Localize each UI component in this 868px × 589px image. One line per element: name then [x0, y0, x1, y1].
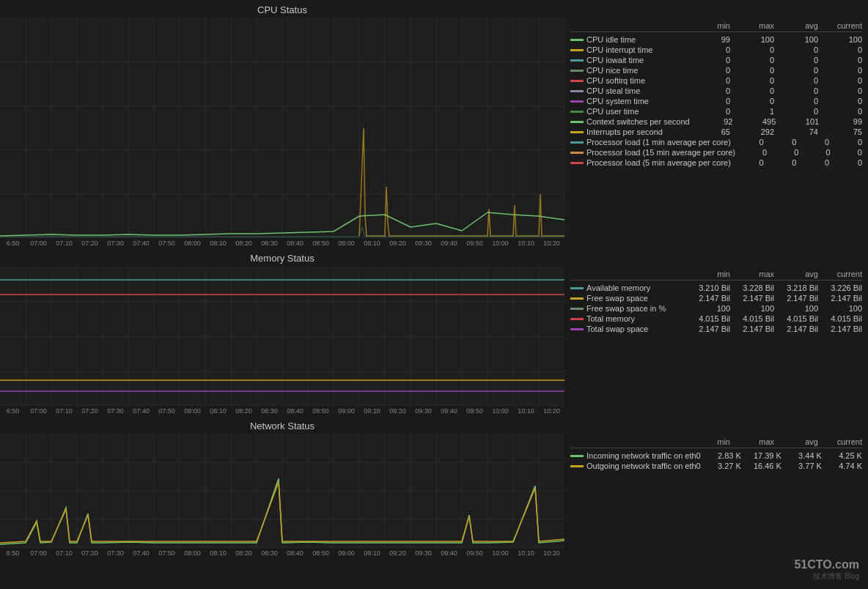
- watermark: 51CTO.com 技术博客 Blog: [794, 558, 859, 582]
- mem-time-18: 09:50: [462, 407, 488, 415]
- legend-color-swatch: [570, 39, 584, 41]
- legend-val-avg: 101: [776, 117, 819, 126]
- legend-label: Total swap space: [586, 325, 686, 333]
- cpu-time-9: 08:20: [231, 240, 257, 247]
- mem-time-1: 07:00: [26, 407, 51, 415]
- cpu-time-5: 07:40: [128, 240, 154, 247]
- legend-label: Interrupts per second: [586, 127, 686, 136]
- net-time-21: 10:20: [539, 549, 564, 557]
- legend-label: Incoming network traffic on eth0: [586, 451, 701, 460]
- legend-row: Total swap space 2.147 Bil 2.147 Bil 2.1…: [570, 325, 862, 333]
- cpu-time-13: 09:00: [334, 240, 359, 247]
- legend-val-min: 2.147 Bil: [686, 294, 730, 303]
- legend-color-swatch: [570, 111, 584, 113]
- legend-row: Processor load (1 min average per core) …: [570, 138, 862, 147]
- mem-time-2: 07:10: [51, 407, 77, 415]
- mem-time-21: 10:20: [539, 407, 564, 415]
- legend-val-avg: 3.218 Bil: [774, 284, 818, 292]
- legend-val-min: 0: [731, 138, 764, 147]
- legend-val-max: 17.39 K: [741, 451, 781, 460]
- legend-color-swatch: [570, 59, 584, 62]
- cpu-time-11: 08:40: [282, 240, 308, 247]
- legend-color-swatch: [570, 318, 584, 320]
- cpu-panel-row: 6:50 07:00 07:10 07:20 07:30 07:40 07:50…: [0, 18, 868, 248]
- legend-label: CPU idle time: [586, 35, 686, 44]
- legend-val-current: 0: [818, 107, 862, 116]
- legend-val-max: 0: [767, 148, 798, 157]
- legend-row: CPU idle time 99 100 100 100: [570, 35, 862, 44]
- legend-val-max: 4.015 Bil: [730, 314, 774, 323]
- legend-label: Context switches per second: [586, 117, 690, 126]
- legend-val-max: 100: [730, 35, 774, 44]
- cpu-time-18: 09:50: [462, 240, 488, 247]
- legend-val-min: 0: [686, 107, 730, 116]
- cpu-time-6: 07:50: [154, 240, 180, 247]
- net-time-16: 09:30: [411, 549, 436, 557]
- legend-label: CPU steal time: [586, 86, 686, 95]
- mem-time-6: 07:50: [154, 407, 180, 415]
- cpu-section: CPU Status: [0, 0, 868, 248]
- legend-val-max: 0: [764, 138, 797, 147]
- mem-time-15: 09:20: [385, 407, 411, 415]
- mem-time-16: 09:30: [411, 407, 436, 415]
- legend-label: Free swap space in %: [586, 304, 686, 313]
- legend-val-max: 100: [730, 304, 774, 313]
- net-time-15: 09:20: [385, 549, 411, 557]
- net-time-2: 07:10: [51, 549, 77, 557]
- legend-val-max: 16.46 K: [741, 462, 781, 470]
- legend-val-max: 3.228 Bil: [730, 284, 774, 292]
- net-col-min: min: [686, 437, 730, 446]
- legend-label: CPU user time: [586, 107, 686, 116]
- memory-chart-svg: [0, 267, 564, 406]
- legend-color-swatch: [570, 121, 584, 123]
- legend-val-avg: 0: [798, 148, 830, 157]
- mem-time-3: 07:20: [77, 407, 103, 415]
- legend-label: Available memory: [586, 284, 686, 292]
- network-legend-header: min max avg current: [570, 437, 862, 448]
- legend-row: Processor load (5 min average per core) …: [570, 158, 862, 167]
- net-time-14: 09:10: [359, 549, 385, 557]
- watermark-line1: 51CTO.com: [794, 558, 859, 571]
- mem-time-19: 10:00: [488, 407, 513, 415]
- legend-val-current: 0: [818, 66, 862, 75]
- cpu-legend-header: min max avg current: [570, 21, 862, 32]
- network-section: Network Status: [0, 416, 868, 558]
- legend-val-current: 0: [829, 138, 862, 147]
- legend-val-min: 92: [690, 117, 733, 126]
- cpu-time-3: 07:20: [77, 240, 103, 247]
- legend-val-current: 4.25 K: [822, 451, 862, 460]
- legend-color-swatch: [570, 297, 584, 300]
- mem-time-17: 09:40: [436, 407, 462, 415]
- watermark-line2: 技术博客 Blog: [794, 571, 859, 582]
- legend-label: Free swap space: [586, 294, 686, 303]
- net-time-8: 08:10: [205, 549, 231, 557]
- legend-val-min: 3.210 Bil: [686, 284, 730, 292]
- legend-val-avg: 3.77 K: [781, 462, 822, 470]
- net-time-9: 08:20: [231, 549, 257, 557]
- cpu-col-current: current: [818, 21, 862, 30]
- legend-val-max: 1: [730, 107, 774, 116]
- memory-title: Memory Status: [0, 248, 564, 267]
- legend-label: CPU iowait time: [586, 56, 686, 64]
- memory-chart-area: 6:50 07:00 07:10 07:20 07:30 07:40 07:50…: [0, 267, 564, 416]
- legend-color-swatch: [570, 162, 584, 164]
- legend-val-avg: 0: [774, 107, 818, 116]
- legend-val-max: 0: [730, 66, 774, 75]
- network-panel-row: 6:50 07:00 07:10 07:20 07:30 07:40 07:50…: [0, 434, 868, 558]
- cpu-time-19: 10:00: [488, 240, 513, 247]
- cpu-col-min: min: [686, 21, 730, 30]
- net-time-6: 07:50: [154, 549, 180, 557]
- legend-color-swatch: [570, 131, 584, 133]
- legend-val-current: 0: [818, 76, 862, 85]
- legend-val-avg: 0: [774, 56, 818, 64]
- legend-val-avg: 100: [774, 35, 818, 44]
- legend-row: CPU system time 0 0 0 0: [570, 97, 862, 105]
- legend-row: Total memory 4.015 Bil 4.015 Bil 4.015 B…: [570, 314, 862, 323]
- legend-val-avg: 0: [774, 66, 818, 75]
- cpu-chart-area: 6:50 07:00 07:10 07:20 07:30 07:40 07:50…: [0, 18, 564, 248]
- network-chart-svg: [0, 434, 564, 548]
- legend-row: Outgoing network traffic on eth0 3.27 K …: [570, 462, 862, 470]
- memory-legend: min max avg current Available memory 3.2…: [564, 267, 868, 416]
- legend-color-swatch: [570, 328, 584, 330]
- net-col-avg: avg: [774, 437, 818, 446]
